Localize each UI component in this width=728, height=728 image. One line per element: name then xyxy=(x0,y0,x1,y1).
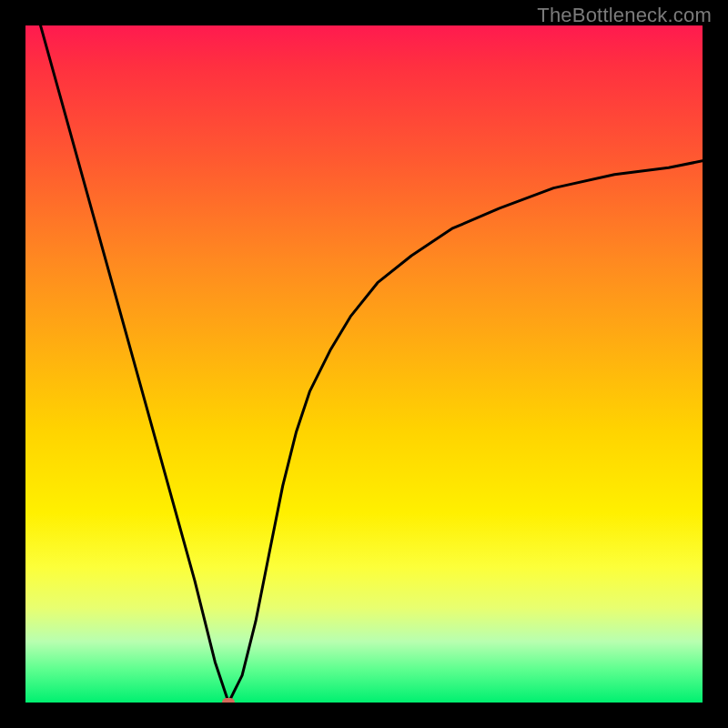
chart-frame xyxy=(0,0,728,728)
frame-border-bottom xyxy=(0,703,728,728)
frame-border-left xyxy=(0,0,25,728)
frame-border-right xyxy=(703,0,728,728)
watermark-text: TheBottleneck.com xyxy=(537,4,712,27)
bottleneck-curve xyxy=(25,25,703,703)
